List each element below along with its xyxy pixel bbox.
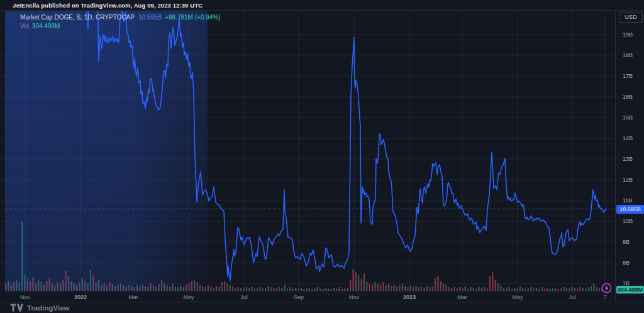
price-tick-label: 16B: [623, 94, 633, 100]
price-tick-label: 18B: [623, 52, 633, 58]
price-tick-label: 15B: [623, 114, 633, 121]
time-tick-label: Mar: [450, 294, 475, 300]
chart-plot[interactable]: [0, 11, 615, 292]
legend-row-symbol: Market Cap DOGE, S, 1D, CRYPTOCAP10.595B…: [20, 13, 221, 22]
time-axis[interactable]: Nov2022MarMayJulSepNov2023MarMayJul7: [0, 292, 615, 302]
time-tick-label: May: [505, 294, 530, 300]
publish-info-text: JetEncila published on TradingView.com, …: [13, 2, 203, 9]
price-axis[interactable]: USD 19B18B17B16B15B14B13B12B11B10B9B8B7B…: [615, 11, 644, 302]
price-tick-label: 10B: [623, 218, 633, 224]
time-tick-label: Nov: [341, 294, 367, 300]
brand-name: TradingView: [27, 304, 70, 312]
price-tick-label: 17B: [623, 73, 633, 79]
time-tick-label: Nov: [13, 294, 38, 300]
last-price-badge: 10.595B: [616, 205, 644, 214]
tradingview-logo-icon[interactable]: [10, 304, 23, 312]
price-tick-label: 13B: [623, 156, 633, 162]
price-tick-label: 8B: [623, 260, 630, 266]
volume-value-badge: 304.499M: [616, 286, 644, 294]
time-tick-label: Mar: [121, 294, 146, 300]
tradingview-published-chart: JetEncila published on TradingView.com, …: [0, 0, 644, 313]
brand-bar: TradingView: [0, 302, 644, 313]
time-tick-label: 7: [592, 294, 618, 300]
time-tick-label: 2023: [397, 294, 422, 300]
price-tick-label: 9B: [623, 239, 630, 245]
legend-last-value: 10.595B: [138, 14, 162, 21]
time-tick-label: Sep: [286, 294, 311, 300]
legend-vol-value: 304.499M: [32, 23, 60, 30]
legend-change: +98.781M (+0.94%): [165, 14, 220, 21]
legend-row-volume: Vol304.499M: [20, 22, 221, 31]
currency-usd-button[interactable]: USD: [619, 12, 643, 23]
time-tick-label: Jul: [560, 294, 585, 300]
price-tick-label: 12B: [623, 177, 633, 183]
legend-symbol-title: Market Cap DOGE, S, 1D, CRYPTOCAP: [20, 14, 135, 21]
flash-icon[interactable]: [601, 283, 612, 294]
time-tick-label: May: [176, 294, 201, 300]
price-tick-label: 11B: [623, 197, 632, 204]
price-tick-label: 19B: [623, 31, 633, 38]
price-tick-label: 14B: [623, 135, 633, 141]
time-tick-label: 2022: [68, 294, 93, 300]
time-tick-label: Jul: [231, 294, 257, 300]
publish-info-bar: JetEncila published on TradingView.com, …: [0, 0, 644, 11]
chart-legend: Market Cap DOGE, S, 1D, CRYPTOCAP10.595B…: [20, 13, 221, 31]
legend-vol-label: Vol: [20, 23, 29, 30]
